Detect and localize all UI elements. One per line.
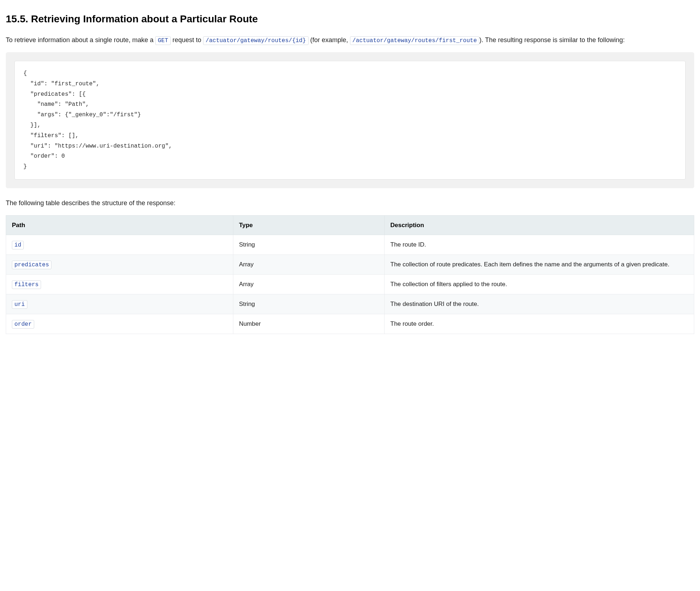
intro-text-3: (for example, (309, 36, 350, 44)
table-cell-path: uri (6, 294, 233, 314)
inline-code-path-value: id (12, 241, 24, 249)
table-header-description: Description (385, 215, 694, 235)
inline-code-get: GET (155, 36, 171, 45)
response-structure-table: Path Type Description id String The rout… (6, 215, 694, 334)
table-cell-path: order (6, 314, 233, 334)
inline-code-example: /actuator/gateway/routes/first_route (350, 36, 480, 45)
table-cell-type: Number (233, 314, 384, 334)
table-cell-path: filters (6, 275, 233, 294)
section-heading: 15.5. Retrieving Information about a Par… (6, 12, 694, 27)
intro-text-4: ). The resulting response is similar to … (479, 36, 625, 44)
intro-text-2: request to (171, 36, 203, 44)
table-row: uri String The destination URI of the ro… (6, 294, 694, 314)
code-block-wrapper: { "id": "first_route", "predicates": [{ … (6, 52, 694, 188)
table-cell-description: The collection of route predicates. Each… (385, 255, 694, 275)
table-cell-description: The route ID. (385, 235, 694, 255)
inline-code-path-value: predicates (12, 261, 51, 269)
table-cell-description: The collection of filters applied to the… (385, 275, 694, 294)
intro-text-1: To retrieve information about a single r… (6, 36, 155, 44)
table-cell-path: predicates (6, 255, 233, 275)
inline-code-path-value: order (12, 320, 34, 329)
table-cell-path: id (6, 235, 233, 255)
table-cell-type: Array (233, 275, 384, 294)
table-row: filters Array The collection of filters … (6, 275, 694, 294)
table-row: id String The route ID. (6, 235, 694, 255)
table-cell-description: The destination URI of the route. (385, 294, 694, 314)
table-header-type: Type (233, 215, 384, 235)
table-header-path: Path (6, 215, 233, 235)
table-row: order Number The route order. (6, 314, 694, 334)
table-intro: The following table describes the struct… (6, 198, 694, 208)
table-header-row: Path Type Description (6, 215, 694, 235)
table-cell-type: Array (233, 255, 384, 275)
table-cell-type: String (233, 235, 384, 255)
table-cell-description: The route order. (385, 314, 694, 334)
inline-code-path: /actuator/gateway/routes/{id} (203, 36, 308, 45)
table-row: predicates Array The collection of route… (6, 255, 694, 275)
intro-paragraph: To retrieve information about a single r… (6, 35, 694, 45)
inline-code-path-value: uri (12, 300, 27, 309)
code-block: { "id": "first_route", "predicates": [{ … (14, 61, 686, 180)
table-cell-type: String (233, 294, 384, 314)
inline-code-path-value: filters (12, 280, 41, 289)
